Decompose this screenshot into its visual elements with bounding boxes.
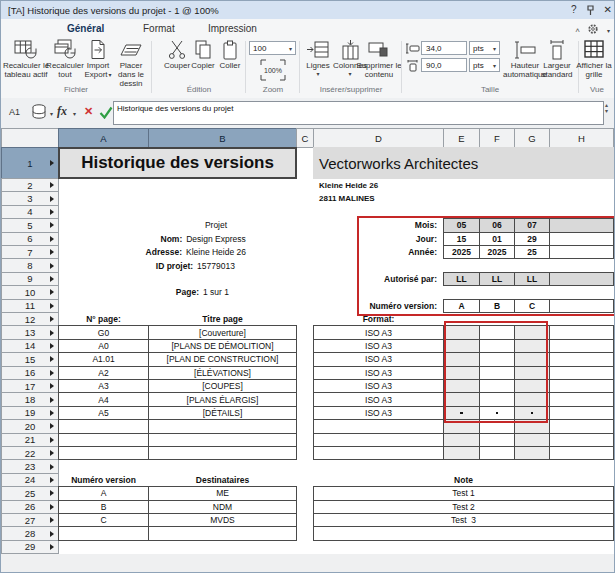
row-header-11[interactable]: 11 <box>1 299 59 313</box>
version-mark-cell[interactable] <box>443 379 480 393</box>
version-mark-cell[interactable] <box>549 419 614 433</box>
column-header-G[interactable]: G <box>514 128 550 148</box>
matrix-cell[interactable] <box>549 218 614 232</box>
project-info-row[interactable]: Nom:Design Express <box>58 232 297 246</box>
version-mark-cell[interactable] <box>479 379 515 393</box>
pages-cell-num[interactable]: A3 <box>58 379 149 393</box>
version-mark-cell[interactable] <box>549 379 614 393</box>
version-mark-cell[interactable] <box>479 433 515 447</box>
version-mark-cell[interactable] <box>443 406 480 420</box>
recipients-cell-dest[interactable] <box>148 526 297 540</box>
column-header-D[interactable]: D <box>313 128 444 148</box>
pages-cell-format[interactable]: ISO A3 <box>313 406 444 420</box>
row-header-6[interactable]: 6 <box>1 232 59 246</box>
matrix-cell[interactable]: 06 <box>479 218 515 232</box>
version-mark-cell[interactable] <box>514 433 550 447</box>
pages-cell-titre[interactable]: [DÉTAILS] <box>148 406 297 420</box>
version-mark-cell[interactable] <box>514 419 550 433</box>
recipients-cell-version[interactable]: B <box>58 500 149 514</box>
matrix-cell[interactable]: 2025 <box>479 245 515 259</box>
row-header-21[interactable]: 21 <box>1 433 59 447</box>
pages-cell-format[interactable]: ISO A3 <box>313 366 444 380</box>
row-header-27[interactable]: 27 <box>1 513 59 527</box>
pages-cell-titre[interactable]: [PLANS ÉLARGIS] <box>148 392 297 406</box>
row-header-24[interactable]: 24 <box>1 473 59 487</box>
row-header-23[interactable]: 23 <box>1 459 59 473</box>
pages-cell-num[interactable]: A4 <box>58 392 149 406</box>
row-header-5[interactable]: 5 <box>1 218 59 232</box>
version-mark-cell[interactable] <box>479 419 515 433</box>
pages-cell-format[interactable]: ISO A3 <box>313 325 444 339</box>
project-info-row[interactable]: Page:1 sur 1 <box>58 285 297 299</box>
row-header-13[interactable]: 13 <box>1 325 59 339</box>
row-header-25[interactable]: 25 <box>1 486 59 500</box>
pages-cell-num[interactable]: A0 <box>58 339 149 353</box>
company-name-cell[interactable]: Vectorworks Architectes <box>313 147 614 179</box>
row-header-22[interactable]: 22 <box>1 446 59 460</box>
recipients-cell-note[interactable]: Test 3 <box>313 513 614 527</box>
version-mark-cell[interactable] <box>514 366 550 380</box>
pages-cell-titre[interactable]: [PLANS DE DÉMOLITION] <box>148 339 297 353</box>
row-header-17[interactable]: 17 <box>1 379 59 393</box>
row-header-7[interactable]: 7 <box>1 245 59 259</box>
cell-worksheet-title[interactable]: Historique des versions <box>58 147 297 179</box>
version-mark-cell[interactable] <box>443 419 480 433</box>
matrix-cell[interactable]: 25 <box>514 245 550 259</box>
matrix-cell[interactable]: 15 <box>443 232 480 246</box>
matrix-cell[interactable]: 2025 <box>443 245 480 259</box>
pages-cell-format[interactable]: ISO A3 <box>313 352 444 366</box>
company-address-line[interactable]: 2811 MALINES <box>313 191 614 205</box>
version-mark-cell[interactable] <box>443 339 480 353</box>
pages-cell-titre[interactable] <box>148 433 297 447</box>
row-header-9[interactable]: 9 <box>1 272 59 286</box>
row-header-28[interactable]: 28 <box>1 526 59 540</box>
recipients-cell-dest[interactable]: NDM <box>148 500 297 514</box>
column-header-C[interactable]: C <box>296 128 314 148</box>
row-header-8[interactable]: 8 <box>1 258 59 272</box>
row-header-4[interactable]: 4 <box>1 205 59 219</box>
version-mark-cell[interactable] <box>549 339 614 353</box>
matrix-cell[interactable]: A <box>443 299 480 313</box>
pages-cell-titre[interactable]: [PLAN DE CONSTRUCTION] <box>148 352 297 366</box>
project-info-row[interactable]: Projet <box>58 218 297 232</box>
select-all-corner[interactable] <box>1 128 59 148</box>
column-header-F[interactable]: F <box>479 128 515 148</box>
recipients-cell-note[interactable]: Test 1 <box>313 486 614 500</box>
matrix-cell[interactable]: LL <box>514 272 550 286</box>
version-mark-cell[interactable] <box>479 446 515 460</box>
matrix-cell[interactable] <box>549 272 614 286</box>
row-header-26[interactable]: 26 <box>1 500 59 514</box>
pages-cell-format[interactable]: ISO A3 <box>313 379 444 393</box>
pages-cell-format[interactable] <box>313 446 444 460</box>
column-header-A[interactable]: A <box>58 128 149 148</box>
version-mark-cell[interactable] <box>443 366 480 380</box>
version-mark-cell[interactable] <box>549 392 614 406</box>
version-mark-cell[interactable] <box>443 446 480 460</box>
version-mark-cell[interactable] <box>549 446 614 460</box>
pages-cell-format[interactable]: ISO A3 <box>313 392 444 406</box>
version-mark-cell[interactable] <box>514 446 550 460</box>
version-mark-cell[interactable] <box>514 379 550 393</box>
recipients-cell-version[interactable] <box>58 526 149 540</box>
version-mark-cell[interactable] <box>514 392 550 406</box>
row-header-19[interactable]: 19 <box>1 406 59 420</box>
pages-cell-num[interactable] <box>58 419 149 433</box>
pages-cell-num[interactable]: G0 <box>58 325 149 339</box>
row-header-20[interactable]: 20 <box>1 419 59 433</box>
version-mark-cell[interactable] <box>514 339 550 353</box>
matrix-cell[interactable]: LL <box>479 272 515 286</box>
version-mark-cell[interactable] <box>549 352 614 366</box>
pages-cell-titre[interactable]: [COUPES] <box>148 379 297 393</box>
column-header-B[interactable]: B <box>148 128 297 148</box>
recipients-cell-note[interactable]: Test 2 <box>313 500 614 514</box>
version-mark-cell[interactable] <box>479 352 515 366</box>
row-header-12[interactable]: 12 <box>1 312 59 326</box>
version-mark-cell[interactable] <box>443 352 480 366</box>
pages-cell-num[interactable]: A5 <box>58 406 149 420</box>
matrix-cell[interactable] <box>549 245 614 259</box>
row-header-18[interactable]: 18 <box>1 392 59 406</box>
version-mark-cell[interactable] <box>479 339 515 353</box>
recipients-cell-dest[interactable]: ME <box>148 486 297 500</box>
pages-cell-format[interactable] <box>313 419 444 433</box>
pages-cell-num[interactable]: A2 <box>58 366 149 380</box>
